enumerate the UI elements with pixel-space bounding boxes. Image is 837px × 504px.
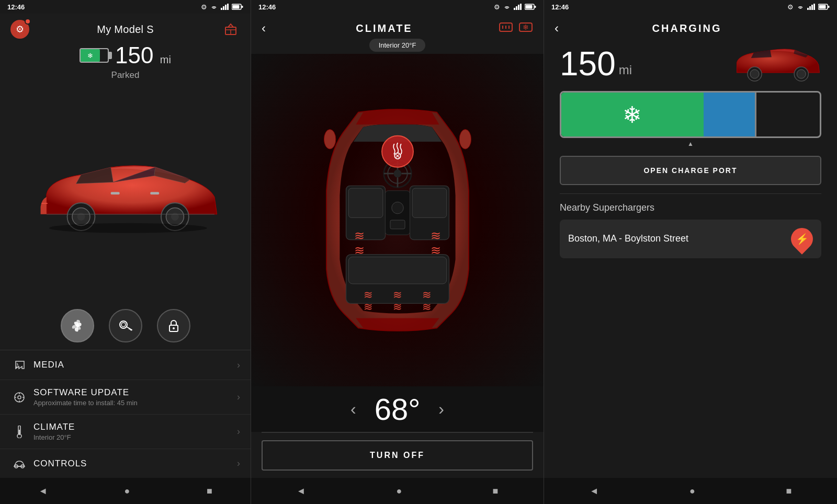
nearby-title: Nearby Superchargers bbox=[560, 197, 821, 220]
software-sub: Approximate time to install: 45 min bbox=[33, 399, 237, 407]
settings-icon-main: ⚙ bbox=[201, 3, 207, 11]
back-nav-main[interactable]: ◄ bbox=[28, 480, 58, 502]
svg-text:≋: ≋ bbox=[431, 228, 441, 243]
time-charging: 12:46 bbox=[551, 3, 569, 11]
settings-btn-main[interactable]: ⚙ bbox=[10, 20, 29, 39]
supercharger-name: Boston, MA - Boylston Street bbox=[568, 232, 688, 245]
media-label: MEDIA bbox=[33, 360, 237, 370]
svg-rect-41 bbox=[514, 8, 515, 10]
menu-list: ♪ MEDIA › SOFTWARE UPDATE Approximate ti… bbox=[0, 350, 251, 478]
settings-icon-charging: ⚙ bbox=[787, 3, 794, 11]
home-nav-charging[interactable]: ● bbox=[679, 480, 706, 502]
media-text: MEDIA bbox=[28, 360, 237, 370]
square-nav-main[interactable]: ■ bbox=[196, 480, 223, 502]
action-buttons bbox=[0, 305, 251, 350]
svg-rect-87 bbox=[809, 6, 811, 10]
back-btn-climate[interactable]: ‹ bbox=[262, 20, 270, 37]
fan-button[interactable] bbox=[61, 309, 94, 342]
svg-point-96 bbox=[797, 70, 806, 78]
key-button[interactable] bbox=[109, 309, 142, 342]
climate-icon bbox=[10, 426, 28, 438]
car-interior-view: ≋ ≋ ≋ ≋ ≋ ≋ bbox=[251, 54, 544, 386]
controls-icon bbox=[10, 459, 28, 468]
open-charge-port-btn[interactable]: OPEN CHARGE PORT bbox=[560, 156, 821, 185]
svg-rect-0 bbox=[221, 8, 222, 10]
svg-text:♪: ♪ bbox=[15, 360, 19, 370]
battery-arrow-indicator: ▲ bbox=[560, 140, 821, 147]
svg-rect-44 bbox=[520, 4, 522, 10]
climate-label: CLIMATE bbox=[33, 422, 237, 432]
svg-rect-18 bbox=[150, 192, 159, 194]
panel-charging: 12:46 ⚙ ‹ CHARGING 1 bbox=[544, 0, 837, 504]
box-icon-btn[interactable] bbox=[221, 20, 240, 39]
menu-item-media[interactable]: ♪ MEDIA › bbox=[0, 350, 251, 380]
car-silhouette-charging bbox=[732, 43, 821, 85]
home-nav-main[interactable]: ● bbox=[114, 480, 141, 502]
back-nav-climate[interactable]: ◄ bbox=[286, 480, 316, 502]
home-nav-climate[interactable]: ● bbox=[386, 480, 413, 502]
svg-point-27 bbox=[173, 327, 175, 329]
svg-point-56 bbox=[393, 169, 401, 177]
square-nav-climate[interactable]: ■ bbox=[482, 480, 509, 502]
status-bar-main: 12:46 ⚙ bbox=[0, 0, 251, 14]
battery-empty-section bbox=[756, 93, 820, 136]
back-btn-charging[interactable]: ‹ bbox=[555, 20, 563, 37]
supercharger-pin: ⚡ bbox=[786, 223, 817, 254]
charging-title: CHARGING bbox=[563, 22, 811, 35]
svg-point-15 bbox=[171, 212, 178, 220]
menu-item-controls[interactable]: CONTROLS › bbox=[0, 449, 251, 478]
svg-point-94 bbox=[750, 70, 759, 78]
svg-text:≋: ≋ bbox=[422, 301, 432, 313]
svg-point-30 bbox=[18, 396, 21, 399]
svg-rect-17 bbox=[110, 192, 119, 194]
lock-button[interactable] bbox=[157, 309, 190, 342]
svg-rect-77 bbox=[348, 257, 447, 284]
key-icon bbox=[118, 318, 133, 333]
status-label: Parked bbox=[0, 68, 251, 84]
svg-rect-66 bbox=[348, 188, 383, 217]
software-text: SOFTWARE UPDATE Approximate time to inst… bbox=[28, 387, 237, 407]
svg-point-21 bbox=[120, 321, 127, 328]
climate-title: CLIMATE bbox=[270, 22, 499, 35]
battery-blue-section bbox=[704, 93, 755, 136]
separator-climate bbox=[262, 432, 533, 433]
turn-off-btn[interactable]: TURN OFF bbox=[262, 440, 533, 471]
temp-down-btn[interactable]: ‹ bbox=[343, 399, 364, 419]
temp-up-btn[interactable]: › bbox=[431, 399, 452, 419]
snowflake-icon-btn[interactable]: ❄ bbox=[518, 21, 533, 36]
time-main: 12:46 bbox=[7, 3, 25, 11]
interior-badge: Interior 20°F bbox=[369, 39, 426, 52]
car-title: My Model S bbox=[97, 24, 154, 36]
media-icon: ♪ bbox=[10, 359, 28, 371]
bottom-nav-climate: ◄ ● ■ bbox=[251, 478, 544, 504]
charging-header: ‹ CHARGING bbox=[544, 14, 837, 41]
svg-text:≋: ≋ bbox=[393, 301, 402, 313]
status-bar-climate: 12:46 ⚙ bbox=[251, 0, 544, 14]
snowflake-icon-battery: ❄ bbox=[623, 101, 642, 128]
media-chevron: › bbox=[237, 360, 240, 371]
divider-charging bbox=[560, 193, 821, 194]
menu-item-climate[interactable]: CLIMATE Interior 20°F › bbox=[0, 415, 251, 449]
svg-rect-91 bbox=[828, 6, 830, 8]
controls-chevron: › bbox=[237, 458, 240, 469]
car-image-area bbox=[0, 84, 251, 305]
svg-rect-43 bbox=[518, 5, 519, 10]
svg-rect-1 bbox=[223, 6, 224, 10]
back-nav-charging[interactable]: ◄ bbox=[579, 480, 609, 502]
software-label: SOFTWARE UPDATE bbox=[33, 387, 237, 398]
temp-display: 68° bbox=[375, 392, 421, 427]
heat-icon-btn[interactable] bbox=[499, 21, 513, 36]
mileage-main: 150 mi bbox=[115, 44, 171, 67]
charging-car-row: 150mi bbox=[560, 41, 821, 91]
software-chevron: › bbox=[237, 392, 240, 403]
svg-rect-5 bbox=[242, 6, 243, 8]
charging-content: 150mi bbox=[544, 41, 837, 478]
svg-rect-88 bbox=[811, 5, 813, 10]
battery-icon-main bbox=[232, 4, 243, 10]
menu-item-software[interactable]: SOFTWARE UPDATE Approximate time to inst… bbox=[0, 380, 251, 415]
supercharger-card[interactable]: Boston, MA - Boylston Street ⚡ bbox=[560, 220, 821, 258]
square-nav-charging[interactable]: ■ bbox=[775, 480, 802, 502]
svg-point-74 bbox=[391, 202, 403, 214]
svg-point-22 bbox=[121, 323, 126, 327]
svg-rect-2 bbox=[225, 5, 227, 10]
